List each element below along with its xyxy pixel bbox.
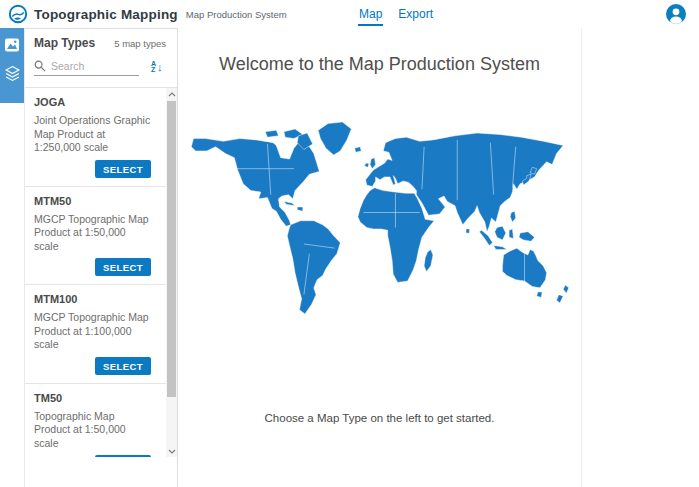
list-item-mtm100: MTM100 MGCP Topographic Map Product at 1… [25, 285, 177, 384]
scroll-down-arrow[interactable] [166, 445, 177, 457]
instruction-text: Choose a Map Type on the left to get sta… [178, 412, 581, 424]
tool-strip-active-group [0, 28, 24, 103]
search-icon [34, 60, 46, 72]
map-type-description: Joint Operations Graphic Map Product at … [34, 114, 151, 155]
header-tabs: Map Export [358, 0, 434, 28]
map-type-name: TM50 [34, 392, 151, 404]
map-type-name: JOGA [34, 96, 151, 108]
select-button-joga[interactable]: SELECT [95, 160, 151, 178]
right-empty-panel [581, 28, 699, 487]
app-window: Topographic Mapping Map Production Syste… [0, 0, 699, 487]
list-item-mtm50: MTM50 MGCP Topographic Map Product at 1:… [25, 187, 177, 286]
select-button-tm50[interactable]: SELECT [95, 455, 151, 457]
map-type-description: MGCP Topographic Map Product at 1:100,00… [34, 311, 151, 352]
map-type-description: MGCP Topographic Map Product at 1:50,000… [34, 213, 151, 254]
list-item-tm50: TM50 Topographic Map Product at 1:50,000… [25, 384, 177, 458]
scrollbar-track[interactable] [166, 100, 177, 445]
map-type-name: MTM100 [34, 293, 151, 305]
scroll-up-arrow[interactable] [166, 88, 177, 100]
basemap-panel-icon[interactable] [4, 37, 20, 53]
page-title: Topographic Mapping [34, 7, 178, 22]
tool-strip [0, 28, 24, 487]
map-types-panel: Map Types 5 map types A Z [24, 28, 178, 487]
tab-map[interactable]: Map [358, 2, 383, 26]
tab-export[interactable]: Export [397, 2, 434, 26]
search-box[interactable] [34, 58, 139, 76]
sidebar-scrollbar[interactable] [166, 88, 177, 457]
panel-title: Map Types [34, 36, 95, 50]
welcome-title: Welcome to the Map Production System [178, 54, 581, 75]
select-button-mtm100[interactable]: SELECT [95, 357, 151, 375]
sort-letter-z: Z [151, 67, 156, 74]
list-item-joga: JOGA Joint Operations Graphic Map Produc… [25, 88, 177, 187]
sort-az-icon[interactable]: A Z ↓ [151, 61, 163, 74]
world-map-graphic [188, 118, 572, 318]
map-type-description: Topographic Map Product at 1:50,000 scal… [34, 410, 151, 451]
page-subtitle: Map Production System [186, 9, 287, 20]
sort-arrow-icon: ↓ [157, 62, 163, 73]
map-type-count: 5 map types [114, 38, 168, 49]
content-row: Map Types 5 map types A Z [0, 28, 699, 487]
map-type-name: MTM50 [34, 195, 151, 207]
app-header: Topographic Mapping Map Production Syste… [0, 0, 699, 28]
user-account-icon[interactable] [666, 4, 686, 24]
map-types-header: Map Types 5 map types A Z [25, 29, 177, 88]
map-type-list: JOGA Joint Operations Graphic Map Produc… [25, 88, 177, 457]
scrollbar-thumb[interactable] [167, 101, 176, 397]
layers-icon[interactable] [4, 65, 21, 82]
world-map [188, 118, 572, 318]
search-input[interactable] [51, 60, 139, 72]
main-content: Welcome to the Map Production System [178, 28, 581, 487]
globe-logo-icon [8, 4, 28, 24]
select-button-mtm50[interactable]: SELECT [95, 258, 151, 276]
